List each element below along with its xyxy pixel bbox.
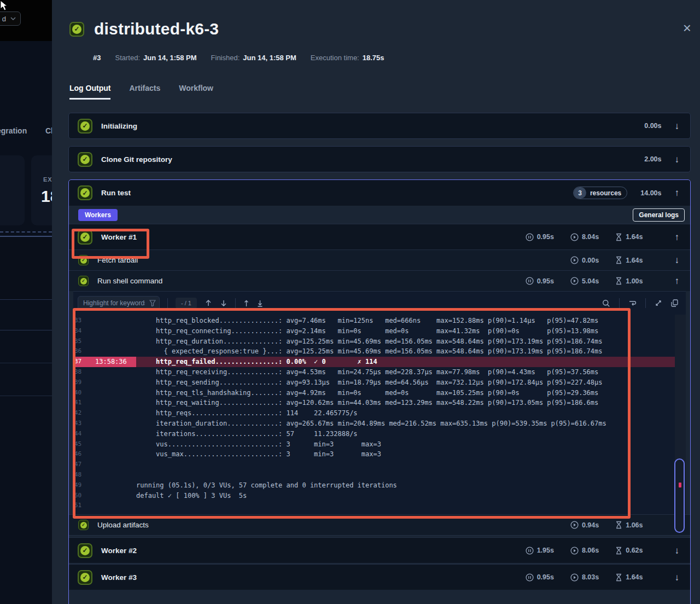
section-run-test-header[interactable]: ✓ Run test 3 resources 14.00s ↑	[69, 180, 690, 206]
row-upload-artifacts[interactable]: ✓ Upload artifacts 0.94s 1.06s ↓	[69, 514, 690, 535]
general-logs-button[interactable]: General logs	[633, 208, 685, 222]
background-tab-left[interactable]: egration	[0, 126, 27, 135]
log-line-text: running (05.1s), 0/3 VUs, 57 complete an…	[136, 480, 686, 491]
expand-arrow-icon[interactable]: ↓	[675, 121, 680, 131]
tab-workflow[interactable]: Workflow	[179, 84, 213, 100]
workers-tab-button[interactable]: Workers	[78, 209, 118, 221]
worker-label: Worker #2	[101, 547, 137, 555]
hourglass-icon	[615, 256, 622, 264]
background-divider	[0, 396, 52, 396]
expand-fullscreen-icon[interactable]	[655, 299, 662, 307]
expand-arrow-icon[interactable]: ↓	[675, 155, 680, 164]
section-label: Run test	[101, 189, 131, 197]
screen: d egration Cl EX 18 × ✓ distributed-k6-3	[0, 0, 700, 604]
log-line[interactable]: 48	[73, 470, 686, 480]
log-line-number: 50	[73, 491, 88, 501]
log-line[interactable]: 41 http_req_waiting...............: avg=…	[73, 398, 686, 408]
search-icon[interactable]	[602, 299, 610, 307]
play-circle-icon	[570, 547, 579, 555]
expand-arrow-icon[interactable]: ↓	[675, 573, 680, 582]
log-line[interactable]: 47	[73, 460, 686, 470]
log-scrollbar-track[interactable]	[675, 315, 686, 514]
pause-circle-icon	[526, 573, 534, 582]
log-line[interactable]: 50 default ✓ [ 100% ] 3 VUs 5s	[73, 491, 686, 501]
log-line-timestamp	[88, 501, 136, 511]
log-line-text: vus............................: 3 min=3…	[136, 439, 686, 450]
section-run-test: ✓ Run test 3 resources 14.00s ↑ Workers …	[68, 179, 691, 604]
modal-tabs: Log Output Artifacts Workflow	[52, 62, 700, 100]
row-fetch-tarball[interactable]: ✓ Fetch tarball 0.00s 1.64s ↓	[69, 249, 690, 270]
close-icon[interactable]: ×	[683, 21, 691, 35]
log-line[interactable]: 45 vus............................: 3 mi…	[73, 439, 686, 450]
log-line-number: 34	[73, 326, 88, 336]
log-line[interactable]: 43 iteration_duration.............: avg=…	[73, 419, 686, 429]
log-line-text: default ✓ [ 100% ] 3 VUs 5s	[136, 491, 686, 501]
row-run-shell-command[interactable]: ✓ Run shell command 0.95s 5.04s 1.00s ↑	[69, 270, 690, 291]
collapse-arrow-icon[interactable]: ↑	[675, 276, 680, 286]
log-line-text: http_req_receiving.............: avg=4.5…	[136, 367, 686, 378]
expand-arrow-icon[interactable]: ↓	[675, 255, 680, 265]
expand-arrow-icon[interactable]: ↓	[675, 546, 680, 555]
log-line-number: 45	[73, 439, 88, 450]
run-time: 8.04s	[570, 233, 599, 241]
success-check-icon: ✓	[69, 22, 84, 37]
log-line[interactable]: 33 http_req_blocked...............: avg=…	[73, 316, 686, 326]
tab-artifacts[interactable]: Artifacts	[129, 84, 160, 100]
log-line-number: 38	[73, 367, 88, 378]
row-worker-1[interactable]: ✓ Worker #1 0.95s 8.04s 1.64s ↑	[69, 224, 690, 249]
log-line-text: http_req_tls_handshaking.......: avg=4.9…	[136, 388, 686, 398]
log-line-text: http_req_blocked...............: avg=7.4…	[136, 316, 686, 326]
scroll-to-bottom-icon[interactable]	[257, 300, 263, 307]
success-check-icon: ✓	[78, 230, 92, 245]
play-circle-icon	[570, 521, 579, 529]
next-match-icon[interactable]	[220, 299, 228, 307]
section-initializing-header[interactable]: ✓ Initializing 0.00s ↓	[69, 113, 690, 138]
hourglass-icon	[615, 521, 622, 529]
log-line-number: 33	[73, 316, 88, 326]
log-line-number: 44	[73, 429, 88, 439]
log-line[interactable]: 39 http_req_sending...............: avg=…	[73, 378, 686, 388]
collapse-arrow-icon[interactable]: ↑	[675, 233, 680, 242]
copy-logs-icon[interactable]	[671, 299, 678, 307]
step-label: Fetch tarball	[97, 256, 138, 264]
row-worker-2[interactable]: ✓ Worker #2 1.95s 8.06s 0.62s ↓	[69, 537, 690, 563]
scroll-to-top-icon[interactable]	[243, 300, 249, 307]
run-number: #3	[93, 54, 101, 62]
log-line[interactable]: 35 http_req_duration..............: avg=…	[73, 336, 686, 347]
match-counter: - / 1	[176, 298, 197, 309]
hourglass-icon	[615, 573, 622, 582]
log-line[interactable]: 36 { expected_response:true }...: avg=12…	[73, 346, 686, 357]
log-line[interactable]: 38 http_req_receiving.............: avg=…	[73, 367, 686, 378]
background-dropdown[interactable]: d	[0, 11, 21, 26]
total-time: 1.64s	[615, 256, 643, 264]
collapse-arrow-icon[interactable]: ↑	[675, 188, 680, 198]
log-line-number: 47	[73, 460, 88, 470]
log-line[interactable]: 49 running (05.1s), 0/3 VUs, 57 complete…	[73, 480, 686, 491]
log-line[interactable]: 44 iterations.....................: 57 1…	[73, 429, 686, 439]
log-viewer: - / 1	[73, 291, 686, 514]
log-line[interactable]: 37 13:58:36 http_req_failed.............…	[73, 357, 686, 367]
log-line[interactable]: 40 http_req_tls_handshaking.......: avg=…	[73, 388, 686, 398]
log-line-text: http_req_connecting............: avg=2.1…	[136, 326, 686, 336]
log-line[interactable]: 34 http_req_connecting............: avg=…	[73, 326, 686, 336]
log-lines[interactable]: 33 http_req_blocked...............: avg=…	[73, 315, 686, 514]
previous-match-icon[interactable]	[205, 299, 212, 307]
wrap-lines-icon[interactable]	[628, 300, 637, 307]
log-line[interactable]: 42 http_reqs......................: 114 …	[73, 408, 686, 419]
tab-log-output[interactable]: Log Output	[69, 84, 110, 100]
started-value: Jun 14, 1:58 PM	[143, 54, 197, 62]
log-line-timestamp	[88, 470, 136, 480]
section-clone-git-header[interactable]: ✓ Clone Git repository 2.00s ↓	[69, 147, 690, 172]
log-line-timestamp	[88, 316, 136, 326]
row-worker-3[interactable]: ✓ Worker #3 0.95s 8.03s 1.64s ↓	[69, 564, 690, 590]
log-scrollbar-thumb[interactable]	[674, 458, 685, 533]
log-line[interactable]: 46 vus_max........................: 3 mi…	[73, 449, 686, 460]
filter-funnel-icon[interactable]	[149, 300, 156, 306]
pause-circle-icon	[526, 233, 534, 241]
log-line-timestamp	[88, 460, 136, 470]
worker-label: Worker #3	[101, 573, 137, 582]
success-check-icon: ✓	[78, 543, 92, 558]
log-line-timestamp	[88, 388, 136, 398]
highlight-keywords-input[interactable]	[78, 296, 160, 311]
log-line[interactable]: 51	[73, 501, 686, 511]
